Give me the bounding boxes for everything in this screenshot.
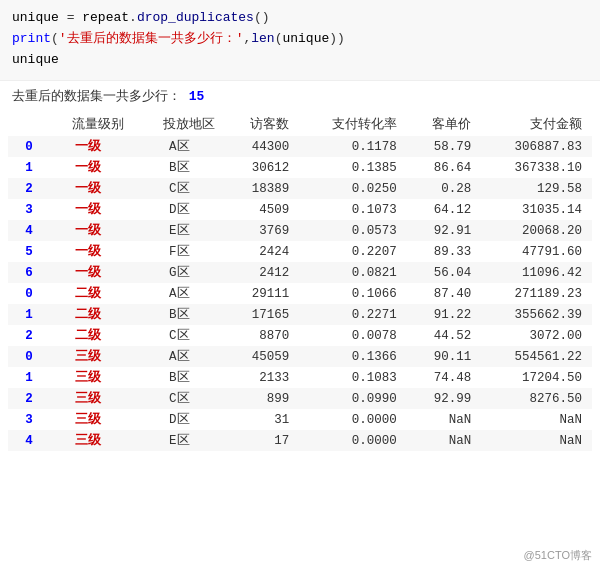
table-cell: 367338.10: [481, 157, 592, 178]
table-cell: 一级: [43, 136, 134, 157]
table-row: 4三级E区170.0000NaNNaN: [8, 430, 592, 451]
table-cell: 92.99: [407, 388, 482, 409]
table-cell: F区: [134, 241, 225, 262]
table-cell: 一级: [43, 178, 134, 199]
table-row: 5一级F区24240.220789.3347791.60: [8, 241, 592, 262]
table-cell: 74.48: [407, 367, 482, 388]
table-cell: 2412: [225, 262, 300, 283]
table-cell: 8870: [225, 325, 300, 346]
table-cell: 1: [8, 157, 43, 178]
table-cell: 2133: [225, 367, 300, 388]
table-cell: 0.0821: [299, 262, 406, 283]
table-cell: 6: [8, 262, 43, 283]
table-cell: 271189.23: [481, 283, 592, 304]
table-cell: 64.12: [407, 199, 482, 220]
table-cell: 30612: [225, 157, 300, 178]
table-cell: 三级: [43, 409, 134, 430]
table-cell: C区: [134, 325, 225, 346]
code-line-2: print('去重后的数据集一共多少行：',len(unique)): [12, 29, 588, 50]
table-cell: 86.64: [407, 157, 482, 178]
data-table: 流量级别 投放地区 访客数 支付转化率 客单价 支付金额 0一级A区443000…: [8, 113, 592, 451]
code-block: unique = repeat.drop_duplicates() print(…: [0, 0, 600, 81]
table-cell: 87.40: [407, 283, 482, 304]
table-cell: B区: [134, 157, 225, 178]
table-cell: 355662.39: [481, 304, 592, 325]
table-cell: 0: [8, 136, 43, 157]
table-cell: 17: [225, 430, 300, 451]
output-section: 去重后的数据集一共多少行： 15: [0, 81, 600, 105]
table-cell: 45059: [225, 346, 300, 367]
table-cell: 899: [225, 388, 300, 409]
table-cell: 一级: [43, 262, 134, 283]
table-cell: 89.33: [407, 241, 482, 262]
table-cell: NaN: [481, 409, 592, 430]
table-cell: 0.1385: [299, 157, 406, 178]
header-row: 流量级别 投放地区 访客数 支付转化率 客单价 支付金额: [8, 113, 592, 136]
table-row: 1二级B区171650.227191.22355662.39: [8, 304, 592, 325]
table-cell: A区: [134, 136, 225, 157]
table-cell: 2: [8, 325, 43, 346]
table-cell: 0.0078: [299, 325, 406, 346]
table-cell: NaN: [407, 409, 482, 430]
output-line: 去重后的数据集一共多少行： 15: [12, 87, 588, 105]
table-cell: 18389: [225, 178, 300, 199]
table-cell: 29111: [225, 283, 300, 304]
table-cell: D区: [134, 199, 225, 220]
table-row: 3一级D区45090.107364.1231035.14: [8, 199, 592, 220]
table-cell: 0: [8, 346, 43, 367]
table-cell: 二级: [43, 325, 134, 346]
col-header-region: 投放地区: [134, 113, 225, 136]
table-cell: 17204.50: [481, 367, 592, 388]
table-cell: 0.2207: [299, 241, 406, 262]
table-cell: 三级: [43, 346, 134, 367]
table-row: 1一级B区306120.138586.64367338.10: [8, 157, 592, 178]
dataframe-wrapper: 流量级别 投放地区 访客数 支付转化率 客单价 支付金额 0一级A区443000…: [0, 109, 600, 459]
table-cell: 1: [8, 304, 43, 325]
table-cell: B区: [134, 367, 225, 388]
table-cell: 三级: [43, 367, 134, 388]
table-cell: C区: [134, 388, 225, 409]
col-header-conversion: 支付转化率: [299, 113, 406, 136]
table-cell: 0.0573: [299, 220, 406, 241]
table-row: 1三级B区21330.108374.4817204.50: [8, 367, 592, 388]
table-cell: 0: [8, 283, 43, 304]
table-cell: 44300: [225, 136, 300, 157]
table-cell: 4509: [225, 199, 300, 220]
table-cell: E区: [134, 430, 225, 451]
table-cell: 2424: [225, 241, 300, 262]
col-header-payment: 支付金额: [481, 113, 592, 136]
table-row: 6一级G区24120.082156.0411096.42: [8, 262, 592, 283]
table-cell: G区: [134, 262, 225, 283]
col-header-level: 流量级别: [43, 113, 134, 136]
output-label: 去重后的数据集一共多少行：: [12, 89, 181, 104]
table-cell: 一级: [43, 199, 134, 220]
table-cell: 11096.42: [481, 262, 592, 283]
output-value: 15: [189, 89, 205, 104]
table-cell: 4: [8, 220, 43, 241]
table-cell: 3: [8, 199, 43, 220]
table-cell: 31: [225, 409, 300, 430]
table-cell: 0.1366: [299, 346, 406, 367]
table-cell: 3072.00: [481, 325, 592, 346]
table-cell: 554561.22: [481, 346, 592, 367]
table-cell: A区: [134, 283, 225, 304]
table-row: 0一级A区443000.117858.79306887.83: [8, 136, 592, 157]
table-row: 0二级A区291110.106687.40271189.23: [8, 283, 592, 304]
table-cell: C区: [134, 178, 225, 199]
table-row: 4一级E区37690.057392.9120068.20: [8, 220, 592, 241]
col-header-unit-price: 客单价: [407, 113, 482, 136]
table-cell: 1: [8, 367, 43, 388]
table-cell: 90.11: [407, 346, 482, 367]
table-header: 流量级别 投放地区 访客数 支付转化率 客单价 支付金额: [8, 113, 592, 136]
col-header-visitors: 访客数: [225, 113, 300, 136]
table-cell: E区: [134, 220, 225, 241]
table-cell: 20068.20: [481, 220, 592, 241]
table-cell: 47791.60: [481, 241, 592, 262]
table-cell: 0.1073: [299, 199, 406, 220]
table-cell: 二级: [43, 304, 134, 325]
table-cell: NaN: [407, 430, 482, 451]
table-cell: D区: [134, 409, 225, 430]
table-cell: B区: [134, 304, 225, 325]
table-cell: 一级: [43, 157, 134, 178]
table-cell: 0.0990: [299, 388, 406, 409]
